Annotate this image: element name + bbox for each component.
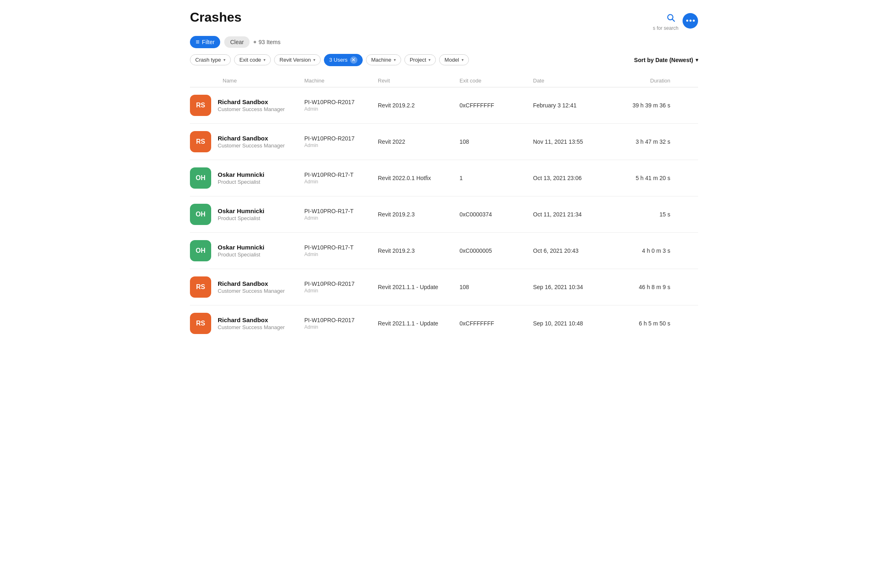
exit-code-cell: 108 (460, 284, 533, 290)
search-hint: s for search (653, 25, 678, 32)
user-cell: RS Richard Sandbox Customer Success Mana… (190, 131, 304, 152)
user-role: Product Specialist (218, 179, 264, 185)
user-info: Richard Sandbox Customer Success Manager (218, 280, 285, 294)
filter-icon: ≡ (196, 38, 199, 46)
duration-cell: 15 s (615, 211, 672, 218)
duration-cell: 39 h 39 m 36 s (615, 102, 672, 109)
avatar: RS (190, 131, 211, 152)
date-cell: February 3 12:41 (533, 102, 615, 109)
filter-chip-revit-version[interactable]: Revit Version ▾ (274, 54, 321, 65)
date-cell: Sep 16, 2021 10:34 (533, 284, 615, 290)
user-cell: RS Richard Sandbox Customer Success Mana… (190, 276, 304, 298)
user-cell: OH Oskar Humnicki Product Specialist (190, 204, 304, 225)
machine-role: Admin (304, 252, 378, 257)
user-name: Oskar Humnicki (218, 207, 264, 214)
machine-name: PI-W10PRO-R2017 (304, 99, 378, 105)
duration-cell: 6 h 5 m 50 s (615, 320, 672, 327)
machine-role: Admin (304, 288, 378, 294)
filter-chip-project[interactable]: Project ▾ (404, 54, 436, 65)
machine-cell: PI-W10PRO-R17-T Admin (304, 172, 378, 185)
duration-cell: 3 h 47 m 32 s (615, 138, 672, 145)
filter-chip-model[interactable]: Model ▾ (439, 54, 469, 65)
avatar: RS (190, 313, 211, 334)
date-cell: Nov 11, 2021 13:55 (533, 138, 615, 145)
duration-cell: 4 h 0 m 3 s (615, 247, 672, 254)
col-revit: Revit (378, 78, 460, 84)
machine-name: PI-W10PRO-R17-T (304, 244, 378, 251)
exit-code-cell: 1 (460, 175, 533, 181)
chevron-down-icon: ▾ (313, 58, 315, 62)
filter-chip-users[interactable]: 3 Users ✕ (324, 54, 363, 66)
machine-cell: PI-W10PRO-R17-T Admin (304, 208, 378, 221)
filter-chip-exit-code[interactable]: Exit code ▾ (234, 54, 271, 65)
user-name: Oskar Humnicki (218, 244, 264, 251)
revit-cell: Revit 2019.2.3 (378, 247, 460, 254)
chevron-down-icon: ▾ (263, 58, 266, 62)
filter-chip-machine[interactable]: Machine ▾ (366, 54, 401, 65)
user-cell: OH Oskar Humnicki Product Specialist (190, 167, 304, 189)
close-icon[interactable]: ✕ (350, 56, 357, 64)
user-name: Richard Sandbox (218, 316, 285, 323)
filter-button[interactable]: ≡ Filter (190, 36, 220, 48)
col-exit-code: Exit code (460, 78, 533, 84)
revit-cell: Revit 2022 (378, 138, 460, 145)
col-machine: Machine (304, 78, 378, 84)
exit-code-cell: 0xC0000374 (460, 211, 533, 218)
col-name: Name (190, 78, 304, 84)
more-button[interactable] (683, 13, 698, 29)
machine-name: PI-W10PRO-R2017 (304, 317, 378, 323)
table-body: RS Richard Sandbox Customer Success Mana… (190, 87, 698, 341)
machine-name: PI-W10PRO-R2017 (304, 281, 378, 287)
table-row[interactable]: OH Oskar Humnicki Product Specialist PI-… (190, 160, 698, 196)
exit-code-cell: 0xCFFFFFFF (460, 102, 533, 109)
table-row[interactable]: OH Oskar Humnicki Product Specialist PI-… (190, 196, 698, 233)
item-count: 93 Items (254, 39, 281, 45)
user-cell: OH Oskar Humnicki Product Specialist (190, 240, 304, 261)
user-info: Oskar Humnicki Product Specialist (218, 244, 264, 258)
svg-line-1 (672, 19, 674, 21)
avatar: RS (190, 95, 211, 116)
exit-code-cell: 0xCFFFFFFF (460, 320, 533, 327)
user-role: Customer Success Manager (218, 288, 285, 294)
date-cell: Sep 10, 2021 10:48 (533, 320, 615, 327)
chevron-down-icon: ▾ (428, 58, 431, 62)
table-row[interactable]: RS Richard Sandbox Customer Success Mana… (190, 87, 698, 124)
date-cell: Oct 11, 2021 21:34 (533, 211, 615, 218)
user-cell: RS Richard Sandbox Customer Success Mana… (190, 313, 304, 334)
table-row[interactable]: RS Richard Sandbox Customer Success Mana… (190, 305, 698, 341)
user-name: Oskar Humnicki (218, 171, 264, 178)
machine-role: Admin (304, 106, 378, 112)
sort-control[interactable]: Sort by Date (Newest) ▾ (634, 57, 698, 63)
revit-cell: Revit 2021.1.1 - Update (378, 284, 460, 290)
user-role: Product Specialist (218, 252, 264, 258)
duration-cell: 46 h 8 m 9 s (615, 284, 672, 290)
machine-cell: PI-W10PRO-R2017 Admin (304, 99, 378, 112)
exit-code-cell: 108 (460, 138, 533, 145)
exit-code-cell: 0xC0000005 (460, 247, 533, 254)
machine-name: PI-W10PRO-R17-T (304, 208, 378, 214)
revit-cell: Revit 2019.2.2 (378, 102, 460, 109)
machine-cell: PI-W10PRO-R17-T Admin (304, 244, 378, 257)
filter-chips-row: Crash type ▾ Exit code ▾ Revit Version ▾… (190, 54, 698, 66)
user-info: Richard Sandbox Customer Success Manager (218, 98, 285, 112)
table-row[interactable]: RS Richard Sandbox Customer Success Mana… (190, 269, 698, 305)
user-name: Richard Sandbox (218, 280, 285, 287)
user-name: Richard Sandbox (218, 98, 285, 105)
search-button[interactable] (663, 10, 678, 25)
machine-role: Admin (304, 215, 378, 221)
avatar: OH (190, 240, 211, 261)
avatar: OH (190, 204, 211, 225)
revit-cell: Revit 2019.2.3 (378, 211, 460, 218)
filter-chip-crash-type[interactable]: Crash type ▾ (190, 54, 231, 65)
user-info: Richard Sandbox Customer Success Manager (218, 135, 285, 149)
user-info: Richard Sandbox Customer Success Manager (218, 316, 285, 330)
user-cell: RS Richard Sandbox Customer Success Mana… (190, 95, 304, 116)
table-row[interactable]: OH Oskar Humnicki Product Specialist PI-… (190, 233, 698, 269)
clear-button[interactable]: Clear (224, 36, 249, 48)
machine-role: Admin (304, 179, 378, 185)
machine-cell: PI-W10PRO-R2017 Admin (304, 281, 378, 294)
machine-cell: PI-W10PRO-R2017 Admin (304, 317, 378, 330)
table-row[interactable]: RS Richard Sandbox Customer Success Mana… (190, 124, 698, 160)
user-role: Customer Success Manager (218, 324, 285, 330)
chevron-down-icon: ▾ (394, 58, 396, 62)
